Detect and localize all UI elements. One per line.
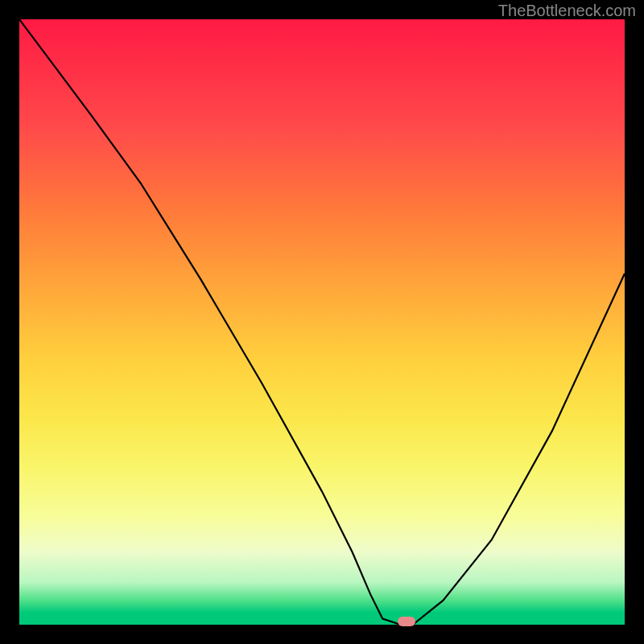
bottleneck-curve bbox=[19, 19, 625, 625]
plot-area bbox=[19, 19, 625, 625]
optimum-marker bbox=[398, 617, 415, 626]
chart-frame: TheBottleneck.com bbox=[0, 0, 644, 644]
attribution-text: TheBottleneck.com bbox=[498, 2, 636, 20]
